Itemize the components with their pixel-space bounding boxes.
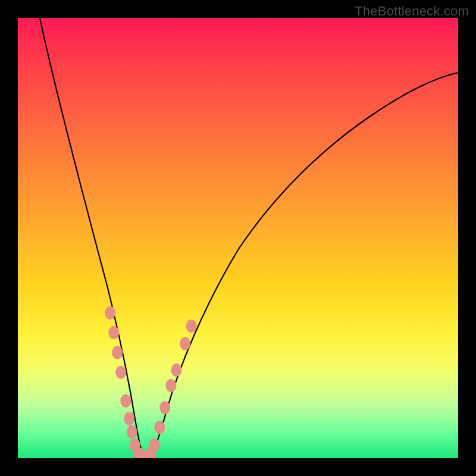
- marker-dot: [108, 326, 119, 339]
- marker-dot: [159, 401, 170, 414]
- marker-dot: [120, 394, 131, 408]
- chart-svg: [18, 18, 458, 458]
- marker-dot: [154, 421, 165, 434]
- left-branch-curve: [40, 18, 145, 458]
- marker-layer: [105, 306, 196, 458]
- right-branch-curve: [150, 73, 458, 458]
- marker-dot: [180, 337, 190, 350]
- marker-dot: [105, 306, 115, 320]
- marker-dot: [166, 379, 177, 392]
- marker-dot: [124, 412, 134, 425]
- watermark-text: TheBottleneck.com: [355, 4, 469, 19]
- chart-outer-frame: TheBottleneck.com: [0, 0, 476, 476]
- marker-dot: [115, 366, 126, 379]
- marker-dot: [186, 320, 197, 333]
- marker-dot: [171, 364, 181, 377]
- curve-group: [40, 18, 458, 458]
- marker-dot: [112, 346, 123, 359]
- marker-dot: [127, 425, 137, 439]
- marker-dot: [149, 439, 159, 452]
- chart-plot-area: [18, 18, 458, 458]
